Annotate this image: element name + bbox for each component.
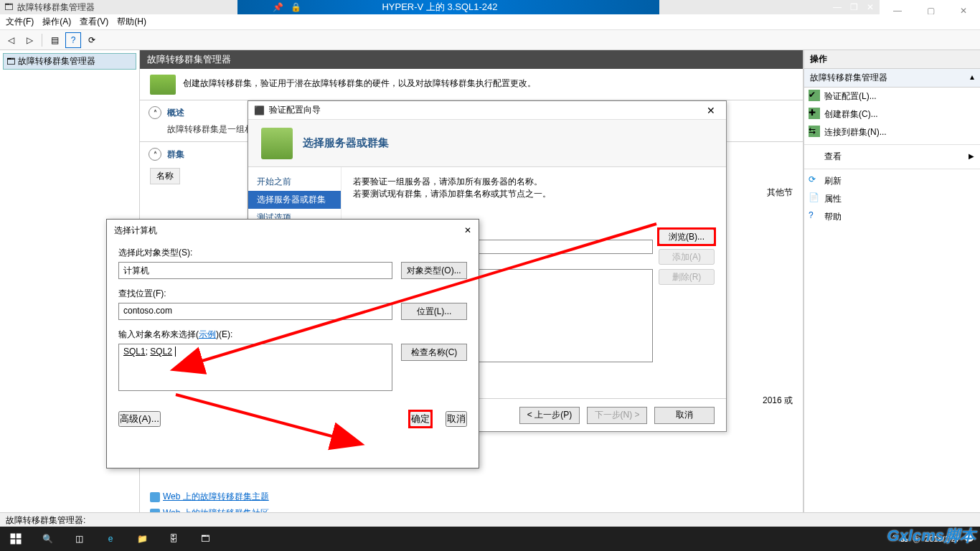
remove-button: 删除(R) [659,269,715,285]
svg-rect-6 [17,540,22,545]
overview-title: 概述 [167,107,184,119]
search-button[interactable]: 🔍 [32,527,63,551]
tree-icon: 🗔 [6,57,15,67]
cancel-button[interactable]: 取消 [654,407,715,424]
menu-file[interactable]: 文件(F) [6,16,34,28]
select-computers-dialog: 选择计算机 ✕ 选择此对象类型(S): 计算机 对象类型(O)... 查找位置(… [106,219,479,468]
advanced-button[interactable]: 高级(A)... [118,411,161,427]
svg-rect-3 [11,534,16,539]
center-header: 故障转移群集管理器 [140,50,803,69]
example-link[interactable]: 示例 [199,329,216,339]
names-label: 输入对象名称来选择(示例)(E): [118,329,467,341]
vm-minimize-button[interactable]: — [833,2,842,12]
center-description: 创建故障转移群集，验证用于潜在故障转移群集的硬件，以及对故障转移群集执行配置更改… [140,69,803,100]
action-connect[interactable]: ⇆连接到群集(N)... [804,123,980,141]
task-view-button[interactable]: ◫ [63,527,95,551]
action-properties[interactable]: 📄属性 [804,190,980,208]
object-types-button[interactable]: 对象类型(O)... [401,262,467,279]
wizard-close-button[interactable]: ✕ [702,105,720,116]
selcomp-title: 选择计算机 [114,225,157,237]
vm-close-button[interactable]: ✕ [867,2,874,12]
tree-root-label: 故障转移群集管理器 [18,55,95,67]
selcomp-close-button[interactable]: ✕ [464,225,471,235]
actions-header: 操作 [804,50,980,69]
cluster-icon [150,75,176,95]
link-topic[interactable]: Web 上的故障转移群集主题 [163,491,269,501]
vm-restore-button[interactable]: ❐ [850,2,858,12]
location-label: 查找位置(F): [118,288,467,300]
check-names-button[interactable]: 检查名称(C) [401,344,467,361]
menu-action[interactable]: 操作(A) [42,16,71,28]
collapse-icon[interactable]: ▴ [970,72,974,84]
location-field: contoso.com [118,303,392,320]
status-bar: 故障转移群集管理器: [0,512,980,527]
wizard-icon: ⬛ [254,105,265,116]
svg-rect-4 [17,534,22,539]
cluster-manager-icon[interactable]: 🗔 [189,527,221,551]
app-icon: 🗔 [4,2,13,12]
wizard-banner: 选择服务器或群集 [248,120,726,167]
ie-icon[interactable]: e [95,527,126,551]
ok-button[interactable]: 确定 [410,411,431,427]
menu-view[interactable]: 查看(V) [80,16,108,28]
server-manager-icon[interactable]: 🗄 [158,527,189,551]
back-button[interactable]: ◁ [3,32,19,48]
clusters-table: 名称 [149,166,182,186]
step-before[interactable]: 开始之前 [248,173,341,191]
globe-icon [150,492,160,502]
browse-button[interactable]: 浏览(B)... [659,229,715,245]
menubar: 文件(F) 操作(A) 查看(V) 帮助(H) [0,14,980,30]
tree-root[interactable]: 🗔 故障转移群集管理器 [3,53,136,70]
object-type-field: 计算机 [118,262,392,279]
add-button: 添加(A) [659,249,715,265]
object-type-label: 选择此对象类型(S): [118,247,467,259]
start-button[interactable] [0,527,32,551]
other-tail: 其他节 [767,187,793,199]
clusters-title: 群集 [167,149,184,161]
action-view[interactable]: 查看▶ [804,148,980,166]
action-refresh[interactable]: ⟳刷新 [804,172,980,190]
prev-button[interactable]: < 上一步(P) [519,407,580,424]
watermark: Gxlcms脚本 [887,525,976,547]
wizard-banner-title: 选择服务器或群集 [303,136,389,150]
vm-titlebar: 🗔 故障转移群集管理器 📌 🔒 HYPER-V 上的 3.SQL1-242 — … [0,0,880,14]
wizard-instruction-2: 若要测试现有群集，请添加群集名称或其节点之一。 [353,188,715,200]
wizard-instruction-1: 若要验证一组服务器，请添加所有服务器的名称。 [353,176,715,188]
toolbar: ◁ ▷ ▤ ? ⟳ [0,30,980,50]
svg-rect-5 [11,540,16,545]
collapse-icon[interactable]: ˄ [149,106,161,119]
toolbar-pane-button[interactable]: ▤ [47,32,62,48]
center-desc-text: 创建故障转移群集，验证用于潜在故障转移群集的硬件，以及对故障转移群集执行配置更改… [183,78,536,88]
selcomp-titlebar: 选择计算机 ✕ [107,220,479,241]
menu-help[interactable]: 帮助(H) [117,16,146,28]
collapse-icon[interactable]: ˄ [149,148,161,161]
next-button: 下一步(N) > [587,407,647,424]
actions-subheader: 故障转移群集管理器 ▴ [804,69,980,88]
cancel-button[interactable]: 取消 [446,411,467,427]
object-names-input[interactable]: SQL1; SQL2 [118,344,392,391]
step-select[interactable]: 选择服务器或群集 [248,191,341,209]
forward-button[interactable]: ▷ [22,32,37,48]
actions-subheader-label: 故障转移群集管理器 [810,72,887,84]
clusters-col-name[interactable]: 名称 [150,168,180,184]
action-create[interactable]: ✚创建群集(C)... [804,105,980,123]
toolbar-help-button[interactable]: ? [65,32,81,48]
action-help[interactable]: ?帮助 [804,208,980,226]
toolbar-refresh-button[interactable]: ⟳ [84,32,100,48]
taskbar: 🔍 ◫ e 📁 🗄 🗔 ˄ 🖧 ㊥ 2018/1/27 💬 [0,527,980,551]
vm-title: HYPER-V 上的 3.SQL1-242 [382,1,497,14]
wizard-title: 验证配置向导 [269,104,321,116]
actions-panel: 操作 故障转移群集管理器 ▴ ✔验证配置(L)... ✚创建群集(C)... ⇆… [804,50,980,527]
explorer-icon[interactable]: 📁 [126,527,158,551]
pin-icon[interactable]: 📌 [273,2,283,12]
locations-button[interactable]: 位置(L)... [401,303,467,320]
lock-icon[interactable]: 🔒 [291,2,301,12]
banner-icon [261,128,293,159]
action-validate[interactable]: ✔验证配置(L)... [804,88,980,105]
app-title: 故障转移群集管理器 [17,1,95,14]
wizard-titlebar: ⬛ 验证配置向导 ✕ [248,101,726,120]
note-tail: 2016 或 [763,395,793,407]
